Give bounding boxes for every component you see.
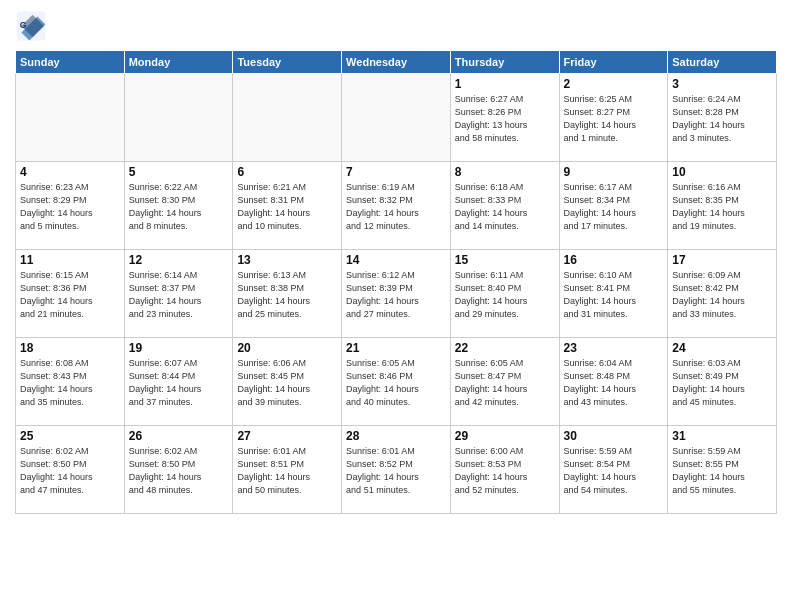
day-number: 9: [564, 165, 664, 179]
day-number: 23: [564, 341, 664, 355]
day-number: 7: [346, 165, 446, 179]
calendar-cell: 11Sunrise: 6:15 AM Sunset: 8:36 PM Dayli…: [16, 250, 125, 338]
day-number: 2: [564, 77, 664, 91]
day-info: Sunrise: 6:06 AM Sunset: 8:45 PM Dayligh…: [237, 357, 337, 409]
calendar-cell: 10Sunrise: 6:16 AM Sunset: 8:35 PM Dayli…: [668, 162, 777, 250]
day-info: Sunrise: 6:27 AM Sunset: 8:26 PM Dayligh…: [455, 93, 555, 145]
calendar-cell: 19Sunrise: 6:07 AM Sunset: 8:44 PM Dayli…: [124, 338, 233, 426]
calendar-cell: 4Sunrise: 6:23 AM Sunset: 8:29 PM Daylig…: [16, 162, 125, 250]
calendar-cell: [124, 74, 233, 162]
day-number: 24: [672, 341, 772, 355]
day-info: Sunrise: 6:14 AM Sunset: 8:37 PM Dayligh…: [129, 269, 229, 321]
day-number: 10: [672, 165, 772, 179]
week-row-4: 25Sunrise: 6:02 AM Sunset: 8:50 PM Dayli…: [16, 426, 777, 514]
day-info: Sunrise: 6:01 AM Sunset: 8:52 PM Dayligh…: [346, 445, 446, 497]
day-info: Sunrise: 6:23 AM Sunset: 8:29 PM Dayligh…: [20, 181, 120, 233]
day-number: 18: [20, 341, 120, 355]
calendar-cell: 13Sunrise: 6:13 AM Sunset: 8:38 PM Dayli…: [233, 250, 342, 338]
day-number: 1: [455, 77, 555, 91]
calendar-cell: 25Sunrise: 6:02 AM Sunset: 8:50 PM Dayli…: [16, 426, 125, 514]
logo-icon: G: [15, 10, 47, 42]
day-number: 17: [672, 253, 772, 267]
day-number: 21: [346, 341, 446, 355]
calendar-cell: 9Sunrise: 6:17 AM Sunset: 8:34 PM Daylig…: [559, 162, 668, 250]
week-row-1: 4Sunrise: 6:23 AM Sunset: 8:29 PM Daylig…: [16, 162, 777, 250]
calendar-cell: 29Sunrise: 6:00 AM Sunset: 8:53 PM Dayli…: [450, 426, 559, 514]
day-number: 14: [346, 253, 446, 267]
day-number: 13: [237, 253, 337, 267]
calendar-cell: 22Sunrise: 6:05 AM Sunset: 8:47 PM Dayli…: [450, 338, 559, 426]
day-number: 29: [455, 429, 555, 443]
calendar-cell: 14Sunrise: 6:12 AM Sunset: 8:39 PM Dayli…: [342, 250, 451, 338]
calendar-cell: 21Sunrise: 6:05 AM Sunset: 8:46 PM Dayli…: [342, 338, 451, 426]
calendar-cell: 6Sunrise: 6:21 AM Sunset: 8:31 PM Daylig…: [233, 162, 342, 250]
calendar-cell: [342, 74, 451, 162]
day-number: 31: [672, 429, 772, 443]
calendar-cell: 28Sunrise: 6:01 AM Sunset: 8:52 PM Dayli…: [342, 426, 451, 514]
week-row-2: 11Sunrise: 6:15 AM Sunset: 8:36 PM Dayli…: [16, 250, 777, 338]
calendar-cell: 26Sunrise: 6:02 AM Sunset: 8:50 PM Dayli…: [124, 426, 233, 514]
day-number: 22: [455, 341, 555, 355]
day-number: 5: [129, 165, 229, 179]
header: G: [15, 10, 777, 42]
calendar-cell: 17Sunrise: 6:09 AM Sunset: 8:42 PM Dayli…: [668, 250, 777, 338]
day-info: Sunrise: 6:02 AM Sunset: 8:50 PM Dayligh…: [129, 445, 229, 497]
day-info: Sunrise: 6:15 AM Sunset: 8:36 PM Dayligh…: [20, 269, 120, 321]
logo: G: [15, 10, 51, 42]
calendar-cell: 16Sunrise: 6:10 AM Sunset: 8:41 PM Dayli…: [559, 250, 668, 338]
weekday-header-thursday: Thursday: [450, 51, 559, 74]
day-info: Sunrise: 6:19 AM Sunset: 8:32 PM Dayligh…: [346, 181, 446, 233]
calendar-cell: 15Sunrise: 6:11 AM Sunset: 8:40 PM Dayli…: [450, 250, 559, 338]
calendar-cell: 7Sunrise: 6:19 AM Sunset: 8:32 PM Daylig…: [342, 162, 451, 250]
day-info: Sunrise: 6:01 AM Sunset: 8:51 PM Dayligh…: [237, 445, 337, 497]
week-row-0: 1Sunrise: 6:27 AM Sunset: 8:26 PM Daylig…: [16, 74, 777, 162]
calendar-cell: 23Sunrise: 6:04 AM Sunset: 8:48 PM Dayli…: [559, 338, 668, 426]
calendar-cell: 27Sunrise: 6:01 AM Sunset: 8:51 PM Dayli…: [233, 426, 342, 514]
day-number: 15: [455, 253, 555, 267]
day-info: Sunrise: 6:18 AM Sunset: 8:33 PM Dayligh…: [455, 181, 555, 233]
day-number: 8: [455, 165, 555, 179]
day-info: Sunrise: 6:12 AM Sunset: 8:39 PM Dayligh…: [346, 269, 446, 321]
day-info: Sunrise: 6:00 AM Sunset: 8:53 PM Dayligh…: [455, 445, 555, 497]
day-info: Sunrise: 6:04 AM Sunset: 8:48 PM Dayligh…: [564, 357, 664, 409]
calendar-cell: 31Sunrise: 5:59 AM Sunset: 8:55 PM Dayli…: [668, 426, 777, 514]
day-info: Sunrise: 6:03 AM Sunset: 8:49 PM Dayligh…: [672, 357, 772, 409]
weekday-header-wednesday: Wednesday: [342, 51, 451, 74]
day-info: Sunrise: 6:13 AM Sunset: 8:38 PM Dayligh…: [237, 269, 337, 321]
day-number: 16: [564, 253, 664, 267]
day-info: Sunrise: 6:25 AM Sunset: 8:27 PM Dayligh…: [564, 93, 664, 145]
weekday-header-monday: Monday: [124, 51, 233, 74]
day-info: Sunrise: 6:24 AM Sunset: 8:28 PM Dayligh…: [672, 93, 772, 145]
day-info: Sunrise: 6:09 AM Sunset: 8:42 PM Dayligh…: [672, 269, 772, 321]
day-number: 30: [564, 429, 664, 443]
day-number: 28: [346, 429, 446, 443]
day-info: Sunrise: 6:22 AM Sunset: 8:30 PM Dayligh…: [129, 181, 229, 233]
calendar: SundayMondayTuesdayWednesdayThursdayFrid…: [15, 50, 777, 514]
week-row-3: 18Sunrise: 6:08 AM Sunset: 8:43 PM Dayli…: [16, 338, 777, 426]
calendar-cell: 1Sunrise: 6:27 AM Sunset: 8:26 PM Daylig…: [450, 74, 559, 162]
day-info: Sunrise: 6:02 AM Sunset: 8:50 PM Dayligh…: [20, 445, 120, 497]
calendar-cell: [233, 74, 342, 162]
svg-text:G: G: [20, 20, 27, 30]
day-number: 26: [129, 429, 229, 443]
day-info: Sunrise: 6:16 AM Sunset: 8:35 PM Dayligh…: [672, 181, 772, 233]
day-number: 4: [20, 165, 120, 179]
day-info: Sunrise: 6:10 AM Sunset: 8:41 PM Dayligh…: [564, 269, 664, 321]
calendar-cell: 20Sunrise: 6:06 AM Sunset: 8:45 PM Dayli…: [233, 338, 342, 426]
day-number: 3: [672, 77, 772, 91]
calendar-cell: 3Sunrise: 6:24 AM Sunset: 8:28 PM Daylig…: [668, 74, 777, 162]
weekday-header-saturday: Saturday: [668, 51, 777, 74]
calendar-cell: [16, 74, 125, 162]
day-info: Sunrise: 6:21 AM Sunset: 8:31 PM Dayligh…: [237, 181, 337, 233]
weekday-header-tuesday: Tuesday: [233, 51, 342, 74]
day-number: 20: [237, 341, 337, 355]
day-number: 25: [20, 429, 120, 443]
calendar-cell: 5Sunrise: 6:22 AM Sunset: 8:30 PM Daylig…: [124, 162, 233, 250]
calendar-cell: 30Sunrise: 5:59 AM Sunset: 8:54 PM Dayli…: [559, 426, 668, 514]
calendar-cell: 24Sunrise: 6:03 AM Sunset: 8:49 PM Dayli…: [668, 338, 777, 426]
day-number: 19: [129, 341, 229, 355]
day-number: 6: [237, 165, 337, 179]
day-number: 11: [20, 253, 120, 267]
weekday-header-sunday: Sunday: [16, 51, 125, 74]
day-info: Sunrise: 6:17 AM Sunset: 8:34 PM Dayligh…: [564, 181, 664, 233]
